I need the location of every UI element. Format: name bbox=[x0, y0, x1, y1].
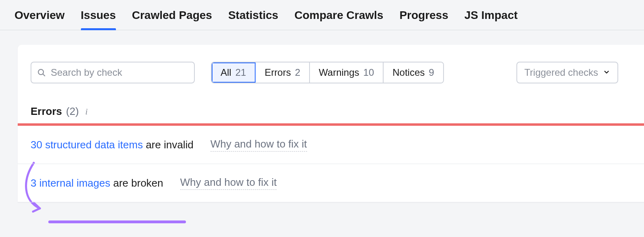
filter-label: Errors bbox=[264, 67, 291, 78]
tab-bar: Overview Issues Crawled Pages Statistics… bbox=[0, 0, 644, 30]
why-and-how-link[interactable]: Why and how to fix it bbox=[211, 138, 307, 152]
filter-notices[interactable]: Notices 9 bbox=[384, 62, 443, 83]
tab-compare-crawls[interactable]: Compare Crawls bbox=[294, 9, 383, 30]
issue-link[interactable]: 30 structured data items bbox=[31, 139, 143, 151]
filter-label: Warnings bbox=[319, 67, 359, 78]
info-icon[interactable]: i bbox=[83, 106, 88, 117]
tab-crawled-pages[interactable]: Crawled Pages bbox=[132, 9, 212, 30]
tab-issues[interactable]: Issues bbox=[81, 9, 116, 30]
filter-count: 9 bbox=[429, 67, 434, 78]
filter-count: 21 bbox=[235, 67, 246, 78]
filter-count: 2 bbox=[295, 67, 300, 78]
issue-text: 30 structured data items are invalid bbox=[31, 139, 194, 151]
tab-statistics[interactable]: Statistics bbox=[228, 9, 279, 30]
toolbar: All 21 Errors 2 Warnings 10 Notices 9 Tr… bbox=[18, 45, 644, 95]
issue-row: 30 structured data items are invalid Why… bbox=[18, 126, 644, 164]
filter-warnings[interactable]: Warnings 10 bbox=[310, 62, 384, 83]
issue-link[interactable]: 3 internal images bbox=[31, 177, 110, 189]
filter-label: All bbox=[221, 67, 231, 78]
filter-segmented: All 21 Errors 2 Warnings 10 Notices 9 bbox=[211, 62, 444, 83]
issue-row: 3 internal images are broken Why and how… bbox=[18, 164, 644, 202]
dropdown-label: Triggered checks bbox=[524, 67, 598, 78]
search-icon bbox=[37, 68, 46, 77]
search-input[interactable] bbox=[51, 67, 188, 78]
issues-panel: All 21 Errors 2 Warnings 10 Notices 9 Tr… bbox=[18, 45, 644, 202]
section-count: (2) bbox=[66, 105, 79, 118]
issue-rest: are broken bbox=[110, 177, 163, 189]
annotation-underline bbox=[48, 220, 186, 223]
filter-all[interactable]: All 21 bbox=[212, 62, 256, 83]
filter-errors[interactable]: Errors 2 bbox=[256, 62, 310, 83]
tab-progress[interactable]: Progress bbox=[399, 9, 448, 30]
tab-overview[interactable]: Overview bbox=[14, 9, 65, 30]
section-title: Errors bbox=[31, 105, 62, 118]
filter-count: 10 bbox=[363, 67, 374, 78]
issue-text: 3 internal images are broken bbox=[31, 177, 163, 189]
search-field[interactable] bbox=[31, 62, 195, 83]
triggered-checks-dropdown[interactable]: Triggered checks bbox=[516, 62, 618, 83]
chevron-down-icon bbox=[603, 67, 610, 78]
issue-rest: are invalid bbox=[143, 139, 194, 151]
svg-line-1 bbox=[43, 74, 45, 76]
why-and-how-link[interactable]: Why and how to fix it bbox=[180, 176, 277, 190]
errors-section-header: Errors (2) i bbox=[18, 95, 644, 123]
tab-js-impact[interactable]: JS Impact bbox=[464, 9, 518, 30]
filter-label: Notices bbox=[392, 67, 425, 78]
